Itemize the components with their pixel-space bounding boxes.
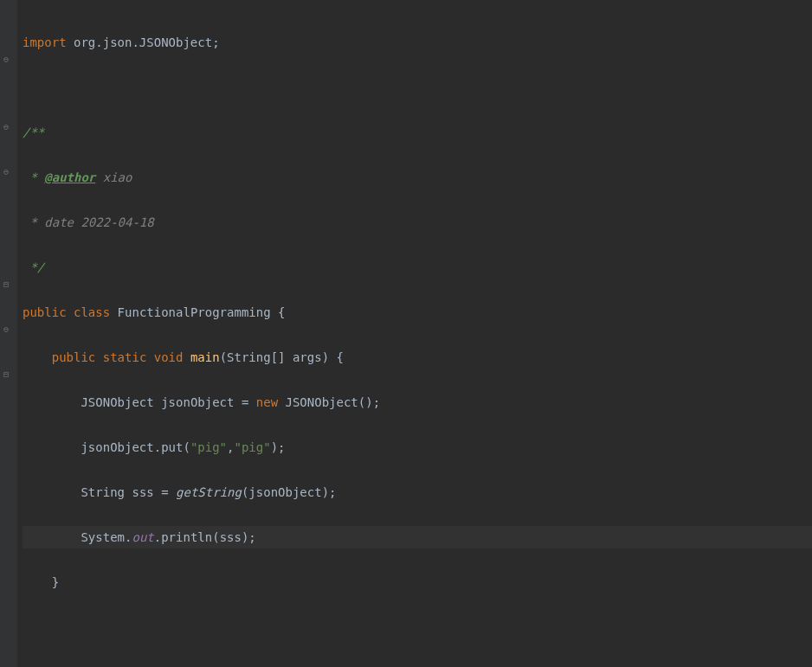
fold-icon[interactable]: ⊖ <box>3 168 14 178</box>
fold-end-icon[interactable]: ⊟ <box>3 280 14 291</box>
code-line[interactable]: System.out.println(sss); <box>23 526 812 548</box>
code-line[interactable]: /** <box>23 121 812 144</box>
fold-icon[interactable]: ⊖ <box>3 123 14 133</box>
code-line[interactable]: JSONObject jsonObject = new JSONObject()… <box>23 391 812 414</box>
code-line[interactable]: import org.json.JSONObject; <box>23 31 812 54</box>
fold-end-icon[interactable]: ⊟ <box>3 370 14 381</box>
code-line[interactable]: */ <box>23 256 812 279</box>
code-line[interactable]: jsonObject.put("pig","pig"); <box>23 436 812 459</box>
editor-gutter: ⊖ ⊖ ⊖ ⊟ ⊖ ⊟ <box>0 0 17 667</box>
code-line[interactable] <box>23 616 812 638</box>
code-line[interactable]: public static String getString(JSONObjec… <box>23 661 812 667</box>
fold-icon[interactable]: ⊖ <box>3 55 14 66</box>
code-line[interactable]: String sss = getString(jsonObject); <box>23 481 812 503</box>
fold-icon[interactable]: ⊖ <box>3 325 14 336</box>
code-line[interactable]: * date 2022-04-18 <box>23 211 812 234</box>
code-content[interactable]: import org.json.JSONObject; /** * @autho… <box>17 0 812 667</box>
code-line[interactable]: } <box>23 571 812 593</box>
code-line[interactable]: public static void main(String[] args) { <box>23 346 812 369</box>
code-editor[interactable]: ⊖ ⊖ ⊖ ⊟ ⊖ ⊟ import org.json.JSONObject; … <box>0 0 812 667</box>
code-line[interactable]: public class FunctionalProgramming { <box>23 301 812 324</box>
code-line[interactable]: * @author xiao <box>23 166 812 189</box>
code-line[interactable] <box>23 76 812 99</box>
